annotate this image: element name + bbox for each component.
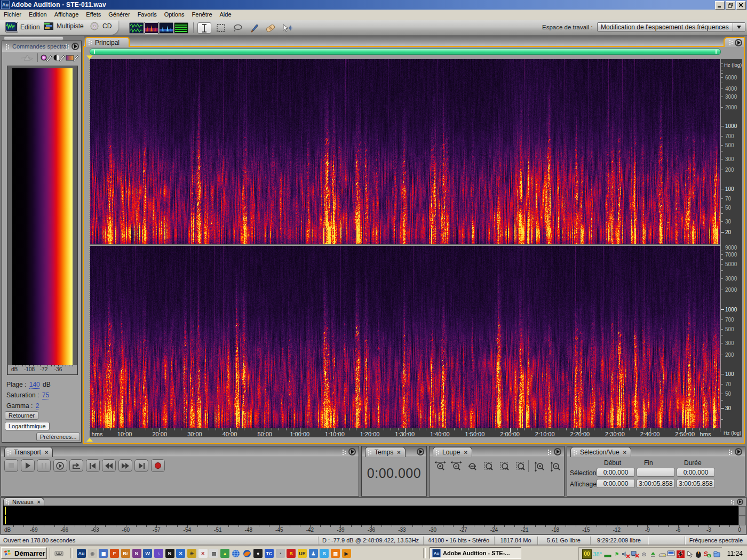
param-value[interactable]: 140 [29, 381, 40, 389]
loupe-zoom-to-selection-button[interactable] [481, 460, 496, 473]
close-icon[interactable]: × [37, 499, 41, 505]
contrast-pen-icon[interactable] [53, 53, 66, 62]
panel-menu-button[interactable] [417, 448, 424, 455]
loupe-zoom-selection-left-button[interactable] [497, 460, 512, 473]
selection-field[interactable]: 3:00:05.858 [677, 479, 715, 488]
panel-menu-button[interactable] [554, 448, 561, 455]
tool-button-time-selection-tool[interactable] [197, 22, 211, 34]
view-button-spectral-phase-display[interactable] [174, 22, 188, 34]
transport-tab[interactable]: Transport × [4, 447, 53, 457]
selection-field[interactable] [637, 468, 675, 477]
flip-button[interactable]: Retourner [5, 411, 38, 420]
menu-item-favoris[interactable]: Favoris [134, 10, 161, 19]
tray-update-icon[interactable] [712, 550, 721, 558]
loupe-zoom-in-horizontal-button[interactable] [433, 460, 447, 473]
quicklaunch-xtool3-icon[interactable]: ✕ [198, 549, 208, 558]
temps-tab[interactable]: Temps × [365, 447, 406, 457]
channel-divider[interactable] [90, 244, 720, 246]
tray-volume-muted-icon[interactable] [622, 550, 630, 558]
quicklaunch-camera-icon[interactable]: ● [253, 549, 263, 558]
workspace-dropdown-arrow[interactable] [733, 23, 745, 31]
transport-play-button[interactable] [21, 459, 35, 472]
view-button-spectral-pan-display[interactable] [159, 22, 173, 34]
quicklaunch-fdx-icon[interactable]: F [110, 549, 119, 558]
transport-record-button[interactable] [151, 459, 165, 472]
transport-pause-button[interactable] [37, 459, 51, 472]
scrollbar-left-handle[interactable] [94, 50, 95, 54]
quicklaunch-totalcmd-icon[interactable]: TC [265, 549, 274, 558]
quicklaunch-bridge-icon[interactable]: Br [121, 549, 130, 558]
close-button[interactable] [736, 1, 746, 10]
mode-button-edition[interactable]: Edition [5, 22, 40, 33]
panel-menu-button[interactable] [348, 448, 356, 455]
prism-icon[interactable] [20, 53, 34, 62]
quicklaunch-compass-icon[interactable]: ◔ [276, 549, 285, 558]
quicklaunch-globe-icon[interactable] [232, 549, 241, 558]
preferences-button[interactable]: Préférences... [36, 433, 80, 441]
start-button[interactable]: Démarrer [1, 547, 47, 559]
quicklaunch-ultraedit-icon[interactable]: UE [298, 549, 307, 558]
tray-cursor-icon[interactable] [685, 550, 694, 558]
transport-stop-button[interactable] [4, 459, 18, 472]
tool-button-spot-healing-brush-tool[interactable] [264, 22, 277, 34]
taskbar-app-button[interactable]: Au Adobe Audition - STE-... [430, 547, 521, 559]
loupe-tab[interactable]: Loupe × [433, 447, 472, 457]
selection-tab[interactable]: Sélection/Vue × [570, 447, 631, 457]
mode-button-cd[interactable]: CD [89, 22, 112, 30]
close-icon[interactable]: × [464, 449, 467, 455]
tray-speaker-swirl-icon[interactable]: ◎ [640, 550, 648, 558]
menu-item-fichier[interactable]: Fichier [0, 10, 25, 19]
transport-go-start-button[interactable] [86, 459, 100, 472]
tray-minimized-bar-icon[interactable] [603, 550, 612, 558]
quicklaunch-xtool1-icon[interactable]: ✕ [176, 549, 185, 558]
playhead-marker-top[interactable] [86, 55, 93, 59]
menu-item-affichage[interactable]: Affichage [51, 10, 83, 19]
tray-weather-icon[interactable]: 00 [582, 549, 592, 559]
quicklaunch-map-icon[interactable]: ▲ [220, 549, 229, 558]
view-button-waveform-display[interactable] [129, 22, 144, 34]
menu-item-gnrer[interactable]: Générer [105, 10, 133, 19]
selection-field[interactable]: 0:00.000 [677, 468, 715, 477]
horizontal-scroll-range-bar[interactable] [90, 49, 721, 55]
spectrogram-left-channel[interactable] [90, 59, 720, 244]
selection-field[interactable]: 3:00:05.858 [637, 479, 675, 488]
close-icon[interactable]: × [397, 449, 400, 455]
transport-rewind-button[interactable] [102, 459, 116, 472]
tool-button-scrub-tool[interactable] [280, 22, 294, 34]
close-icon[interactable]: × [623, 449, 626, 455]
gradient-pen-icon[interactable] [66, 53, 80, 62]
selection-field[interactable]: 0:00.000 [597, 479, 635, 488]
spectral-panel-tab[interactable]: Commandes spectrales [3, 42, 73, 51]
quicklaunch-word-icon[interactable]: W [143, 549, 152, 558]
level-meter[interactable] [3, 506, 738, 525]
loupe-zoom-out-vertical-button[interactable] [549, 460, 563, 473]
quicklaunch-xtool2-icon[interactable]: ✳ [187, 549, 196, 558]
tray-mouse-icon[interactable] [694, 550, 703, 558]
workspace-select[interactable]: Modification de l'espacement des fréquen… [597, 22, 745, 31]
quicklaunch-pdf-icon[interactable]: ▤ [331, 549, 340, 558]
logarithmic-button[interactable]: Logarithmique [5, 422, 50, 430]
tray-temp-icon[interactable]: 38° [592, 550, 603, 558]
tray-network-error-icon[interactable] [631, 550, 639, 558]
quicklaunch-person-icon[interactable]: ♟ [309, 549, 318, 558]
quicklaunch-sphere-icon[interactable]: ◉ [88, 549, 97, 558]
loupe-zoom-out-horizontal-button[interactable] [449, 460, 463, 473]
levels-tab[interactable]: Niveaux × [3, 498, 44, 506]
spectrogram-right-channel[interactable] [90, 246, 720, 428]
scrollbar-right-handle[interactable] [716, 50, 717, 54]
tool-button-effects-paintbrush-tool[interactable] [247, 22, 261, 34]
loupe-zoom-out-full-button[interactable] [465, 460, 479, 473]
color-pen-icon[interactable] [40, 53, 53, 62]
tray-display-icon[interactable] [667, 550, 676, 558]
selection-field[interactable]: 0:00.000 [597, 468, 635, 477]
menu-item-effets[interactable]: Effets [82, 10, 105, 19]
tool-button-lasso-selection-tool[interactable] [231, 22, 244, 34]
panel-menu-button[interactable] [735, 39, 742, 46]
loupe-zoom-selection-right-button[interactable] [513, 460, 528, 473]
quicklaunch-sbp-icon[interactable]: S [287, 549, 296, 558]
quicklaunch-media-icon[interactable]: ▶ [342, 549, 351, 558]
taskbar-clock[interactable]: 11:24 [727, 550, 743, 557]
tool-button-marquee-selection-tool[interactable] [214, 22, 228, 34]
param-value[interactable]: 75 [42, 391, 49, 399]
transport-play-circled-button[interactable] [53, 459, 67, 472]
